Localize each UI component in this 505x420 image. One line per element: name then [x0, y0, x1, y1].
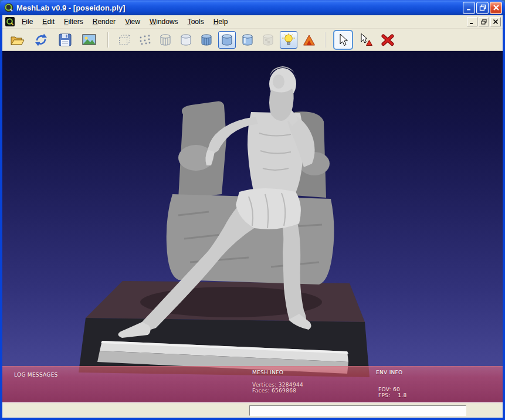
statue-poseidon-render — [2, 51, 503, 402]
meshlab-app-icon[interactable] — [4, 3, 13, 12]
hidden-lines-mode-button[interactable] — [177, 31, 195, 49]
hud-overlay-band: LOG MESSAGES MESH INFO Vertices: 3284944… — [2, 366, 503, 402]
mdi-close-button[interactable] — [490, 17, 501, 26]
render-mode-tool-group — [109, 31, 325, 49]
close-button[interactable] — [490, 2, 502, 14]
mesh-info-title: MESH INFO — [252, 370, 283, 375]
close-icon — [493, 4, 500, 11]
texture-icon — [261, 33, 275, 47]
menu-bar: File Edit Filters Render View Windows To… — [2, 15, 503, 29]
meshlab-window: MeshLab v0.9 - [poseidon.ply] File Edit … — [0, 0, 505, 420]
open-folder-icon — [9, 32, 25, 48]
minimize-button[interactable] — [463, 2, 475, 14]
mdi-minimize-icon — [469, 19, 475, 25]
cursor-select-face-icon — [359, 33, 373, 47]
log-messages-title: LOG MESSAGES — [14, 372, 58, 378]
maximize-button[interactable] — [476, 2, 489, 14]
env-fov: FOV: 60 — [378, 387, 400, 392]
wireframe-mode-button[interactable] — [157, 31, 174, 49]
points-icon — [138, 33, 152, 47]
menu-help[interactable]: Help — [209, 16, 233, 28]
minimize-icon — [466, 4, 473, 11]
menu-view[interactable]: View — [120, 16, 145, 28]
bbox-mode-button[interactable] — [116, 31, 133, 49]
smooth-icon — [240, 33, 255, 47]
document-icon[interactable] — [5, 17, 15, 26]
open-mesh-button[interactable] — [8, 31, 26, 49]
snapshot-icon — [82, 32, 97, 48]
window-title: MeshLab v0.9 - [poseidon.ply] — [16, 4, 462, 12]
menu-windows[interactable]: Windows — [145, 16, 183, 28]
reload-mesh-button[interactable] — [32, 31, 50, 49]
main-toolbar — [2, 29, 503, 51]
flat-mode-button[interactable] — [218, 31, 236, 49]
floppy-disk-icon — [57, 32, 73, 48]
mdi-minimize-button[interactable] — [467, 17, 477, 26]
texture-mode-button[interactable] — [259, 31, 277, 49]
reload-icon — [33, 32, 49, 48]
gl-viewport[interactable]: LOG MESSAGES MESH INFO Vertices: 3284944… — [2, 51, 503, 402]
bounding-box-icon — [117, 33, 131, 47]
snapshot-button[interactable] — [80, 31, 98, 49]
delete-selected-button[interactable] — [379, 31, 396, 49]
mdi-restore-button[interactable] — [479, 17, 489, 26]
select-faces-tool-button[interactable] — [357, 31, 375, 49]
status-bar — [2, 402, 503, 418]
wireframe-icon — [158, 33, 172, 47]
edit-tool-group — [326, 30, 396, 50]
smooth-mode-button[interactable] — [239, 31, 256, 49]
points-mode-button[interactable] — [136, 31, 154, 49]
save-mesh-button[interactable] — [56, 31, 74, 49]
mdi-close-icon — [493, 19, 499, 25]
progress-bar — [249, 405, 466, 416]
light-toggle-button[interactable] — [280, 31, 297, 49]
mesh-vertices: Vertices: 3284944 — [252, 382, 303, 388]
menu-filters[interactable]: Filters — [59, 16, 88, 28]
file-tool-group — [8, 31, 107, 49]
move-mesh-tool-button[interactable] — [333, 30, 353, 50]
title-bar[interactable]: MeshLab v0.9 - [poseidon.ply] — [0, 0, 505, 15]
light-bulb-icon — [282, 33, 296, 47]
menu-file[interactable]: File — [17, 16, 38, 28]
flat-icon — [220, 33, 234, 47]
env-info-title: ENV INFO — [376, 370, 402, 375]
restore-icon — [479, 4, 486, 11]
mesh-faces: Faces: 6569868 — [252, 388, 296, 394]
mdi-window-controls — [466, 17, 501, 26]
flat-lines-icon — [199, 33, 213, 47]
red-x-icon — [381, 33, 395, 47]
menu-edit[interactable]: Edit — [38, 16, 59, 28]
menu-tools[interactable]: Tools — [183, 16, 209, 28]
backface-culling-button[interactable] — [300, 31, 318, 49]
backface-triangle-icon — [302, 33, 316, 47]
cursor-arrow-icon — [336, 33, 350, 47]
mdi-restore-icon — [481, 19, 487, 25]
menu-render[interactable]: Render — [88, 16, 120, 28]
hidden-lines-icon — [179, 33, 193, 47]
env-fps: FPS: 1.8 — [378, 392, 406, 398]
flat-lines-mode-button[interactable] — [198, 31, 215, 49]
